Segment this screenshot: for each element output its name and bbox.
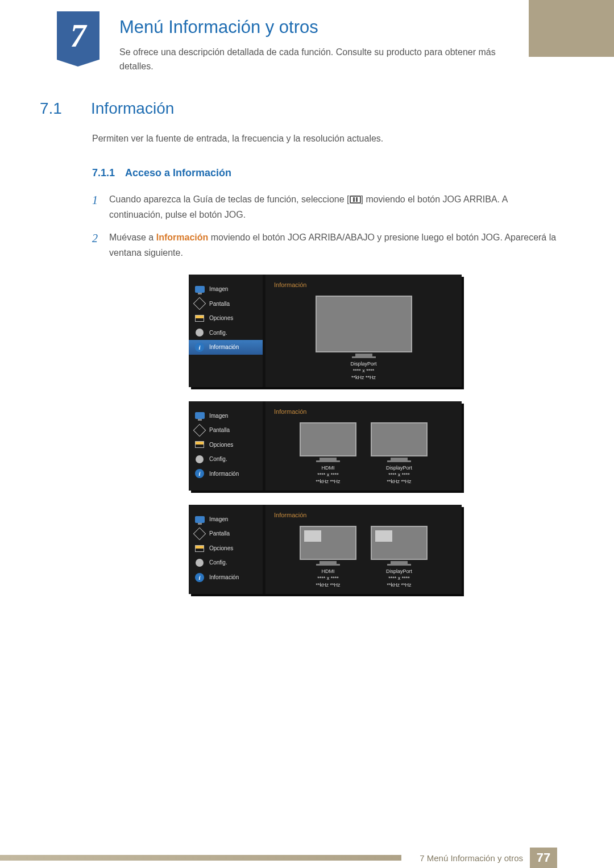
menu-button-icon: [350, 196, 361, 203]
source-label: HDMI: [300, 464, 356, 471]
osd-menu-informacion: iInformación: [189, 570, 263, 585]
info-icon: i: [195, 469, 204, 478]
step-2-text-a: Muévase a: [109, 232, 156, 242]
osd-menu-config-label: Config.: [209, 329, 227, 338]
gear-icon: [196, 329, 204, 337]
options-icon: [195, 441, 204, 448]
frequency-label: **kHz **Hz: [300, 582, 356, 588]
frequency-label: **kHz **Hz: [371, 582, 428, 588]
osd-menu-informacion-label: Información: [209, 470, 239, 479]
osd-menu-opciones: Opciones: [189, 311, 263, 326]
osd-menu-pantalla: Pantalla: [189, 423, 263, 438]
osd-menu: Imagen Pantalla Opciones Config. iInform…: [189, 505, 265, 594]
monitor-graphic: [300, 422, 356, 456]
page-footer: 7 Menú Información y otros 77: [0, 848, 614, 868]
section-title: Información: [91, 99, 174, 118]
subsection-number: 7.1.1: [92, 165, 115, 181]
monitor-info-dp: DisplayPort **** x **** **kHz **Hz: [371, 422, 428, 485]
frequency-label: **kHz **Hz: [316, 374, 412, 381]
osd-menu: Imagen Pantalla Opciones Config. iInform…: [189, 401, 265, 491]
footer-page-number: 77: [530, 848, 557, 868]
step-2: 2 Muévase a Información moviendo el botó…: [92, 230, 557, 260]
arrows-icon: [193, 297, 206, 310]
chapter-title: Menú Información y otros: [119, 17, 517, 38]
osd-menu-opciones-label: Opciones: [209, 544, 233, 553]
osd-content-title: Información: [274, 407, 453, 417]
monitor-info-hdmi-pip: HDMI **** x **** **kHz **Hz: [300, 526, 356, 588]
monitor-stand: [391, 561, 408, 564]
osd-menu-imagen: Imagen: [189, 512, 263, 527]
osd-menu-imagen-label: Imagen: [209, 285, 228, 294]
arrows-icon: [193, 528, 206, 541]
monitor-graphic: [316, 296, 412, 352]
monitor-graphic: [371, 422, 428, 456]
monitor-graphic: [371, 526, 428, 560]
osd-menu-config-label: Config.: [209, 558, 227, 567]
osd-screenshots: Imagen Pantalla Opciones Config. iInform…: [189, 275, 462, 594]
monitor-info-dp: DisplayPort **** x **** **kHz **Hz: [316, 296, 412, 381]
monitor-icon: [195, 516, 205, 523]
monitor-info-hdmi: HDMI **** x **** **kHz **Hz: [300, 422, 356, 485]
osd-panel-1: Imagen Pantalla Opciones Config. iInform…: [189, 275, 462, 387]
monitor-info-dp-pip: DisplayPort **** x **** **kHz **Hz: [371, 526, 428, 588]
monitor-graphic: [300, 526, 356, 560]
footer-stripe: [0, 855, 401, 861]
step-1-text: Cuando aparezca la Guía de teclas de fun…: [109, 192, 557, 222]
osd-menu-opciones-label: Opciones: [209, 314, 233, 323]
osd-menu-opciones: Opciones: [189, 438, 263, 452]
monitor-stand: [391, 458, 408, 460]
pip-inset: [375, 530, 392, 542]
resolution-label: **** x ****: [300, 575, 356, 582]
osd-menu-config-label: Config.: [209, 455, 227, 464]
info-icon: i: [195, 343, 204, 352]
osd-panel-3: Imagen Pantalla Opciones Config. iInform…: [189, 505, 462, 594]
osd-panel-2: Imagen Pantalla Opciones Config. iInform…: [189, 401, 462, 491]
section-intro: Permiten ver la fuente de entrada, la fr…: [92, 132, 557, 146]
osd-menu-pantalla-label: Pantalla: [209, 426, 230, 435]
source-label: HDMI: [300, 568, 356, 575]
subsection-title: Acceso a Información: [125, 165, 231, 181]
subsection-header: 7.1.1 Acceso a Información: [92, 165, 557, 181]
arrows-icon: [193, 423, 206, 437]
step-2-text: Muévase a Información moviendo el botón …: [109, 230, 557, 260]
source-label: DisplayPort: [316, 360, 412, 367]
monitor-icon: [195, 286, 205, 293]
step-1: 1 Cuando aparezca la Guía de teclas de f…: [92, 192, 557, 222]
osd-menu-pantalla: Pantalla: [189, 526, 263, 541]
section-header: 7.1 Información: [40, 99, 557, 118]
step-2-highlight: Información: [156, 232, 209, 242]
osd-menu-informacion-label: Información: [209, 573, 239, 582]
osd-menu-informacion: iInformación: [189, 340, 263, 355]
section-number: 7.1: [40, 99, 74, 118]
osd-content-title: Información: [274, 280, 453, 290]
osd-menu-config: Config.: [189, 326, 263, 340]
step-1-text-a: Cuando aparezca la Guía de teclas de fun…: [109, 194, 350, 204]
footer-chapter-text: 7 Menú Información y otros: [413, 853, 530, 863]
frequency-label: **kHz **Hz: [300, 478, 356, 485]
osd-menu-pantalla-label: Pantalla: [209, 529, 230, 538]
resolution-label: **** x ****: [316, 367, 412, 374]
gear-icon: [196, 455, 204, 463]
osd-menu-imagen-label: Imagen: [209, 515, 228, 524]
monitor-stand: [320, 561, 337, 564]
osd-menu-imagen: Imagen: [189, 409, 263, 423]
osd-menu-opciones: Opciones: [189, 541, 263, 556]
resolution-label: **** x ****: [371, 575, 428, 582]
osd-menu-pantalla-label: Pantalla: [209, 300, 230, 309]
chapter-subtitle: Se ofrece una descripción detallada de c…: [119, 45, 517, 74]
monitor-stand: [320, 458, 337, 460]
osd-menu-informacion-label: Información: [209, 343, 239, 352]
gear-icon: [196, 559, 204, 567]
chapter-number-badge: 7: [57, 11, 99, 60]
step-1-number: 1: [92, 192, 101, 209]
resolution-label: **** x ****: [371, 471, 428, 478]
header-accent-bar: [529, 0, 614, 57]
osd-menu-config: Config.: [189, 555, 263, 570]
osd-content: Información DisplayPort **** x **** **kH…: [265, 275, 462, 387]
pip-inset: [304, 530, 321, 542]
osd-menu-imagen-label: Imagen: [209, 412, 228, 421]
monitor-icon: [195, 412, 205, 419]
resolution-label: **** x ****: [300, 471, 356, 478]
osd-menu-pantalla: Pantalla: [189, 297, 263, 312]
osd-content: Información HDMI **** x **** **kHz **Hz: [265, 401, 462, 491]
